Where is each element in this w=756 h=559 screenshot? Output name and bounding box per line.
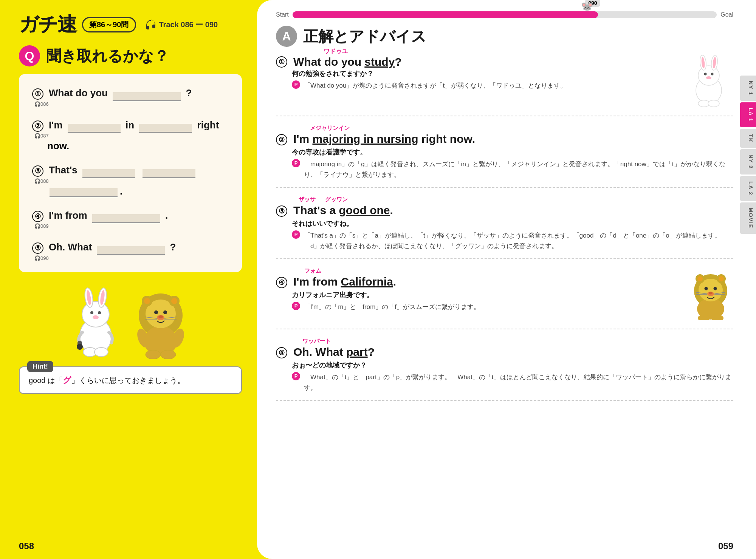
answer2-phonetic: メジャリンイン	[310, 125, 350, 132]
q3-number: ③	[32, 165, 43, 177]
answer4-header: フォム ④ I'm from California. カリフォルニア出身です。 …	[276, 267, 733, 322]
answer1-title-block: ワドゥユ What do you study?	[293, 54, 402, 69]
tab-la2[interactable]: LA 2	[740, 176, 756, 201]
hint-label: Hint!	[27, 361, 53, 372]
q4-blank	[92, 214, 160, 223]
svg-point-1	[82, 301, 109, 327]
q1-track: 🎧086	[34, 101, 229, 107]
q3-text: That's	[49, 162, 198, 178]
svg-point-21	[163, 310, 167, 314]
question-4: ④ I'm from . 🎧089	[32, 208, 229, 229]
answer4-title: I'm from California.	[293, 274, 396, 289]
svg-point-23	[158, 315, 163, 318]
answer5-advice-row: P 「What」の「t」と「part」の「p」が繋がります。「What」の「t」…	[292, 372, 733, 393]
answer5-num: ⑤	[276, 347, 287, 358]
answer2-ul1: majoring in nursing	[312, 133, 418, 145]
answer4-num: ④	[276, 277, 287, 288]
question-range-badge: 第86～90問	[82, 17, 136, 32]
question-5: ⑤ Oh. What ? 🎧090	[32, 239, 229, 261]
svg-point-38	[704, 73, 707, 76]
answer5-p-badge: P	[292, 372, 300, 380]
q2-blank2	[139, 124, 192, 133]
tab-la1[interactable]: LA 1	[740, 102, 756, 127]
answer5-ul: part	[346, 346, 368, 358]
answer5-phonetic: ワッパート	[302, 338, 331, 345]
svg-point-28	[146, 350, 161, 359]
answer-1: ① ワドゥユ What do you study? 何の勉強をされてますか？ P…	[276, 54, 733, 116]
tab-ny1[interactable]: NY 1	[740, 76, 756, 101]
q4-text: I'm from .	[49, 208, 168, 224]
q-circle: Q	[19, 45, 40, 66]
progress-fill	[293, 11, 598, 18]
question-1: ① What do you ? 🎧086	[32, 85, 229, 107]
answer1-title: What do you study?	[293, 56, 402, 68]
svg-point-8	[93, 315, 99, 319]
right-page: Start 090 🐭 Goal A 正解とアドバイス ①	[257, 0, 756, 559]
page-num-left: 058	[19, 541, 34, 551]
q5-row: ⑤ Oh. What ?	[32, 239, 229, 255]
answer3-phonetic-b: グッワン	[325, 196, 348, 203]
track-text: Track 086 ー 090	[159, 20, 218, 30]
answer2-advice-row: P 「majoring in」の「g」は軽く発音され、スムーズに「in」と繋がり…	[292, 159, 733, 180]
svg-point-10	[94, 347, 108, 357]
q1-number: ①	[32, 88, 43, 100]
answer4-ul: California	[341, 275, 393, 288]
answer4-p-badge: P	[292, 302, 300, 310]
answer1-advice: 「What do you」が塊のように発音されますが「t」が弱くなり、「ワドゥユ…	[304, 80, 567, 91]
answer1-num: ①	[276, 56, 287, 68]
logo-gachi: ガチ速	[19, 11, 76, 38]
tab-ny2[interactable]: NY 2	[740, 149, 756, 174]
q2-number: ②	[32, 120, 43, 132]
question-3: ③ That's 🎧088 .	[32, 162, 229, 197]
tab-movie[interactable]: MOVIE	[740, 202, 756, 234]
tab-tk[interactable]: TK	[740, 129, 756, 148]
svg-point-40	[706, 76, 711, 79]
answer2-jp: 今の専攻は看護学です。	[292, 148, 733, 157]
svg-point-33	[698, 66, 719, 85]
svg-point-29	[161, 350, 176, 359]
rabbit-answer-icon	[688, 54, 730, 107]
q2-track: 🎧087	[34, 133, 229, 139]
rabbit-mascot	[69, 287, 122, 359]
answer3-title-row: ③ That's a good one.	[276, 203, 733, 219]
answer1-main: ① ワドゥユ What do you study? 何の勉強をされてますか？ P…	[276, 54, 680, 91]
answer2-p-badge: P	[292, 159, 300, 167]
q1-blank	[113, 92, 181, 101]
hint-highlight: グ	[63, 375, 71, 385]
hint-text: good は「グ」くらいに思っておきましょう。	[29, 374, 232, 386]
svg-point-12	[77, 344, 83, 350]
q-title-text: 聞き取れるかな？	[46, 46, 169, 66]
page-num-right: 059	[718, 541, 733, 551]
q2-blank1	[68, 124, 121, 133]
logo-area: ガチ速	[19, 11, 76, 38]
q5-text: Oh. What ?	[49, 239, 176, 255]
answer1-header: ① ワドゥユ What do you study? 何の勉強をされてますか？ P…	[276, 54, 733, 109]
answer2-advice: 「majoring in」の「g」は軽く発音され、スムーズに「in」と繋がり、「…	[304, 159, 733, 180]
svg-point-53	[709, 292, 713, 295]
q5-blank	[97, 246, 165, 255]
answer1-p-badge: P	[292, 80, 300, 89]
question-box: ① What do you ? 🎧086 ② I'm in right 🎧087…	[19, 74, 242, 272]
answer4-advice-row: P 「I'm」の「m」と「from」の「f」がスムーズに繋がります。	[292, 302, 680, 312]
mascot-area	[19, 285, 242, 359]
q2-text2: now.	[47, 139, 229, 152]
side-tabs-area: NY 1 LA 1 TK NY 2 LA 2 MOVIE	[740, 76, 756, 234]
q5-track: 🎧090	[34, 255, 229, 261]
svg-point-42	[708, 100, 719, 107]
answer4-jp: カリフォルニア出身です。	[292, 290, 680, 300]
answer2-title: I'm majoring in nursing right now.	[293, 131, 475, 146]
progress-bar-area: Start 090 🐭 Goal	[276, 11, 733, 18]
answer3-advice: 「That's a」の「s」と「a」が連結し、「t」が軽くなり、「ザッサ」のよう…	[304, 230, 733, 252]
answer1-image	[688, 54, 733, 109]
q4-row: ④ I'm from .	[32, 208, 229, 224]
headphone-icon	[146, 19, 156, 30]
svg-point-39	[711, 73, 714, 76]
answer5-jp: おぉ〜どの地域ですか？	[292, 361, 733, 370]
hint-box: Hint! good は「グ」くらいに思っておきましょう。	[19, 366, 242, 394]
answer3-ul: good one	[339, 204, 390, 216]
answer1-underline: study	[364, 56, 395, 68]
answer1-phonetic: ワドゥユ	[324, 48, 348, 56]
answer3-num: ③	[276, 205, 287, 217]
q1-text: What do you ?	[49, 85, 192, 101]
answer-2: メジャリンイン ② I'm majoring in nursing right …	[276, 125, 733, 188]
